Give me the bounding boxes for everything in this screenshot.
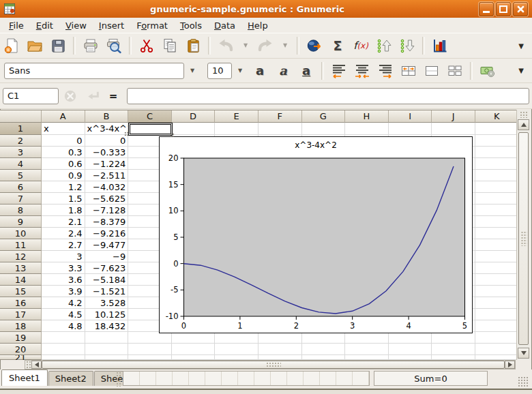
row-header-13[interactable]: 13 — [0, 262, 42, 274]
grid-cell[interactable]: 0.9 — [42, 170, 85, 181]
col-header-K[interactable]: K — [475, 110, 516, 123]
undo-dropdown[interactable]: ▼ — [239, 35, 252, 56]
grid-cell[interactable]: −4.032 — [85, 181, 129, 193]
close-button[interactable] — [513, 2, 528, 16]
copy-button[interactable] — [160, 35, 180, 56]
row-header-9[interactable]: 9 — [0, 216, 42, 228]
title-bar[interactable]: gnumeric-sample.gnumeric : Gnumeric — [0, 0, 532, 18]
selection-fill-handle[interactable] — [170, 133, 175, 138]
row-header-11[interactable]: 11 — [0, 239, 42, 251]
menu-format[interactable]: Format — [130, 19, 174, 32]
grid-cell[interactable] — [42, 355, 85, 360]
grid-cell[interactable] — [258, 123, 302, 135]
grid-cell[interactable] — [475, 193, 516, 204]
grid-cell[interactable] — [475, 251, 516, 262]
row-header-17[interactable]: 17 — [0, 309, 42, 320]
grid-cell[interactable] — [128, 344, 172, 355]
grid-cell[interactable] — [475, 297, 516, 309]
menu-view[interactable]: View — [59, 19, 93, 32]
row-header-15[interactable]: 15 — [0, 286, 42, 297]
cancel-edit-button[interactable] — [60, 86, 80, 106]
grid-cell[interactable]: 0.3 — [42, 147, 85, 158]
pane-splitter-handle[interactable] — [26, 361, 31, 369]
sort-descending-button[interactable] — [397, 35, 417, 56]
grid-cell[interactable]: −9.477 — [85, 239, 129, 251]
grid-cell[interactable]: −9 — [85, 251, 129, 262]
grid-cell[interactable] — [42, 344, 85, 355]
grid-cell[interactable] — [302, 123, 346, 135]
accept-edit-button[interactable] — [83, 86, 104, 106]
grid-cell[interactable] — [432, 344, 475, 355]
menu-data[interactable]: Data — [208, 19, 241, 32]
font-name-combo[interactable]: Sans — [4, 63, 184, 79]
row-header-20[interactable]: 20 — [0, 344, 42, 355]
grid-cell[interactable]: 3.528 — [85, 297, 129, 309]
row-header-10[interactable]: 10 — [0, 228, 42, 239]
grid-cell[interactable]: 4.5 — [42, 309, 85, 320]
font-size-dropdown[interactable]: ▼ — [233, 61, 247, 81]
minimize-button[interactable] — [479, 2, 494, 16]
selection-handle-left[interactable] — [124, 132, 129, 136]
col-header-J[interactable]: J — [432, 110, 475, 123]
row-header-5[interactable]: 5 — [0, 170, 42, 181]
vertical-scroll-thumb[interactable] — [518, 132, 529, 345]
grid-cell[interactable] — [389, 355, 432, 360]
italic-button[interactable]: a — [273, 61, 293, 81]
format-money-button[interactable] — [477, 61, 498, 81]
grid-cell[interactable]: 2.4 — [42, 228, 85, 239]
col-header-D[interactable]: D — [172, 110, 216, 123]
font-size-combo[interactable]: 10 — [207, 63, 232, 79]
redo-dropdown[interactable]: ▼ — [278, 35, 292, 56]
grid-cell[interactable]: 0 — [42, 135, 85, 147]
grid-cell[interactable]: 3 — [42, 251, 85, 262]
maximize-button[interactable] — [496, 2, 511, 16]
grid-cell[interactable]: 10.125 — [85, 309, 129, 320]
grid-cell[interactable] — [475, 320, 516, 332]
align-center-button[interactable] — [352, 61, 372, 81]
grid-cell[interactable] — [302, 355, 346, 360]
window-resize-grip[interactable] — [518, 376, 528, 387]
grid-cell[interactable]: −5.625 — [85, 193, 129, 204]
align-left-button[interactable] — [329, 61, 349, 81]
col-header-B[interactable]: B — [85, 110, 129, 123]
merge-cells-button[interactable] — [422, 61, 442, 81]
scroll-right-button[interactable] — [505, 361, 515, 369]
menu-help[interactable]: Help — [241, 19, 274, 32]
grid-cell[interactable] — [475, 344, 516, 355]
grid-cell[interactable]: −0.333 — [85, 147, 129, 158]
grid-cell[interactable] — [475, 204, 516, 216]
grid-cell[interactable]: x — [42, 123, 85, 135]
grid-cell[interactable]: 4.8 — [42, 320, 85, 332]
font-name-dropdown[interactable]: ▼ — [186, 61, 199, 81]
grid-cell[interactable] — [128, 355, 172, 360]
cut-button[interactable] — [136, 35, 157, 56]
grid-cell[interactable] — [475, 135, 516, 147]
grid-cell[interactable]: 3.9 — [42, 286, 85, 297]
grid-cell[interactable] — [475, 262, 516, 274]
grid-cell[interactable]: x^3-4x^2 — [85, 123, 129, 135]
grid-cell[interactable]: 1.5 — [42, 193, 85, 204]
grid-cell[interactable] — [85, 355, 129, 360]
row-header-7[interactable]: 7 — [0, 193, 42, 204]
grid-cell[interactable]: 3.3 — [42, 262, 85, 274]
grid-cell[interactable] — [42, 332, 85, 344]
scroll-down-button[interactable] — [518, 348, 529, 359]
underline-button[interactable]: a — [296, 61, 316, 81]
col-header-C[interactable]: C — [128, 110, 172, 123]
grid-cell[interactable] — [389, 123, 432, 135]
col-header-G[interactable]: G — [302, 110, 346, 123]
grid-cell[interactable] — [432, 123, 475, 135]
paste-button[interactable] — [183, 35, 203, 56]
row-header-18[interactable]: 18 — [0, 320, 42, 332]
grid-cell[interactable] — [302, 344, 346, 355]
grid-cell[interactable] — [475, 332, 516, 344]
row-header-3[interactable]: 3 — [0, 147, 42, 158]
grid-cell[interactable]: −8.379 — [85, 216, 129, 228]
grid-cell[interactable] — [215, 123, 258, 135]
grid-cell[interactable] — [172, 355, 216, 360]
horizontal-scrollbar[interactable] — [25, 360, 516, 369]
print-preview-button[interactable] — [104, 35, 124, 56]
col-header-H[interactable]: H — [345, 110, 389, 123]
grid-cell[interactable] — [475, 123, 516, 135]
insert-chart-button[interactable] — [430, 35, 450, 56]
